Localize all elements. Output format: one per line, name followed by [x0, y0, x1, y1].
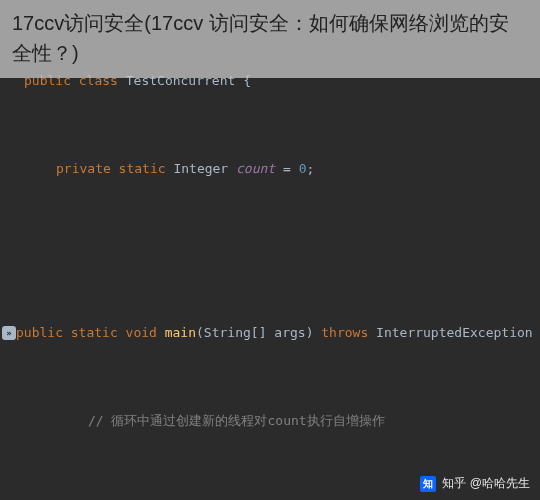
code-token: String[] — [204, 322, 267, 344]
code-token: args — [266, 322, 305, 344]
code-token: throws — [321, 322, 376, 344]
article-title-overlay: 17ccv访问安全(17ccv 访问安全：如何确保网络浏览的安全性？) — [0, 0, 540, 78]
code-token: InterruptedException — [376, 322, 533, 344]
code-token: public static void — [16, 322, 165, 344]
code-token: ( — [196, 322, 204, 344]
code-token: ; — [306, 158, 314, 180]
code-token: main — [165, 322, 196, 344]
code-token: 0 — [299, 158, 307, 180]
zhihu-watermark: 知 知乎 @哈哈先生 — [420, 475, 530, 492]
watermark-text: 知乎 @哈哈先生 — [442, 475, 530, 492]
code-token: private static — [56, 158, 173, 180]
zhihu-logo-icon: 知 — [420, 476, 436, 492]
code-token: count — [236, 158, 275, 180]
code-token: ) — [306, 322, 322, 344]
code-token: = — [275, 158, 298, 180]
code-token: Integer — [173, 158, 236, 180]
run-gutter-icon[interactable]: » — [2, 326, 16, 340]
code-token: { — [533, 322, 540, 344]
code-comment: // 循环中通过创建新的线程对count执行自增操作 — [88, 410, 385, 432]
